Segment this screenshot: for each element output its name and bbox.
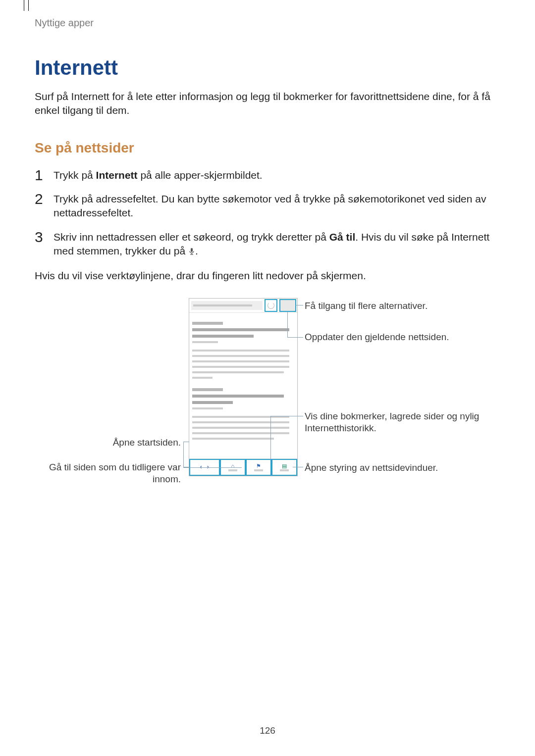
tabs-icon: ▤ (282, 463, 287, 469)
refresh-button (265, 299, 277, 312)
callout-tabs: Åpne styring av nettsidevinduer. (305, 462, 488, 474)
section-subtitle: Se på nettsider (35, 140, 500, 156)
callout-line (270, 416, 303, 416)
callout-line (287, 337, 303, 338)
breadcrumb: Nyttige apper (35, 17, 500, 29)
step-text-bold: Internett (96, 169, 138, 181)
address-bar-row (189, 299, 297, 313)
callout-line (183, 467, 189, 467)
page-number: 126 (0, 725, 535, 736)
step-1: 1 Trykk på Internett på alle apper-skjer… (35, 168, 500, 182)
step-2: 2 Trykk på adressefeltet. Du kan bytte s… (35, 192, 500, 220)
callout-line (296, 305, 303, 305)
bookmarks-button: ⚑ (246, 459, 271, 476)
microphone-icon (188, 245, 195, 259)
step-number: 3 (35, 227, 43, 248)
callout-line (293, 467, 303, 467)
refresh-icon (268, 302, 274, 309)
step-text-pre: Trykk på adressefeltet. Du kan bytte søk… (54, 193, 486, 218)
callout-line (270, 416, 271, 459)
more-button (279, 299, 296, 312)
steps-list: 1 Trykk på Internett på alle apper-skjer… (35, 168, 500, 259)
tabs-button: ▤ (271, 459, 297, 476)
callout-home: Åpne startsiden. (64, 437, 181, 449)
intro-paragraph: Surf på Internett for å lete etter infor… (35, 90, 500, 118)
page-content-mock (189, 313, 297, 440)
callout-nav: Gå til siden som du tidligere var innom. (35, 461, 181, 485)
callout-line (183, 467, 242, 468)
home-icon: ⌂ (231, 463, 234, 469)
address-field (191, 301, 263, 310)
browser-diagram: ‹ › ⌂ ⚑ ▤ Få tilgang til (35, 298, 500, 496)
step-number: 1 (35, 165, 43, 186)
page-tab-mark (24, 0, 29, 11)
step-number: 2 (35, 189, 43, 209)
step-3: 3 Skriv inn nettadressen eller et søkeor… (35, 230, 500, 259)
callout-bookmarks: Vis dine bokmerker, lagrede sider og nyl… (305, 410, 488, 434)
step-text-pre: Skriv inn nettadressen eller et søkeord,… (54, 231, 329, 243)
page-title: Internett (35, 56, 500, 80)
callout-line (287, 311, 288, 337)
callout-refresh: Oppdater den gjeldende nettsiden. (305, 331, 488, 343)
step-text-pre: Trykk på (54, 169, 96, 181)
step-text-period: . (195, 245, 198, 256)
callout-line (183, 442, 184, 467)
after-steps-paragraph: Hvis du vil vise verktøylinjene, drar du… (35, 269, 500, 283)
step-text-post: på alle apper-skjermbildet. (138, 169, 263, 181)
phone-mockup: ‹ › ⌂ ⚑ ▤ (189, 298, 298, 476)
step-text-bold: Gå til (329, 231, 356, 243)
callout-more-options: Få tilgang til flere alternativer. (305, 300, 488, 312)
svg-rect-0 (191, 248, 193, 252)
bookmark-icon: ⚑ (256, 463, 261, 469)
callout-line (183, 442, 189, 442)
